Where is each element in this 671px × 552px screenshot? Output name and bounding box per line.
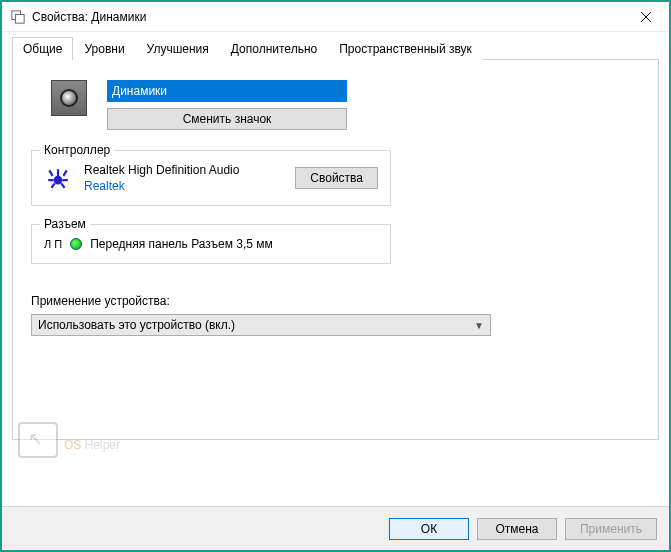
app-icon [10, 9, 26, 25]
tab-advanced[interactable]: Дополнительно [220, 37, 328, 60]
jack-lp-label: Л П [44, 238, 62, 250]
change-icon-button[interactable]: Сменить значок [107, 108, 347, 130]
controller-group: Контроллер Realtek High Definition Audio… [31, 150, 391, 206]
chevron-down-icon: ▼ [474, 320, 484, 331]
tab-levels[interactable]: Уровни [73, 37, 135, 60]
tab-strip: Общие Уровни Улучшения Дополнительно Про… [12, 36, 659, 60]
jack-description: Передняя панель Разъем 3,5 мм [90, 237, 273, 251]
apply-button[interactable]: Применить [565, 518, 657, 540]
controller-properties-button[interactable]: Свойства [295, 167, 378, 189]
device-usage-select[interactable]: Использовать это устройство (вкл.) ▼ [31, 314, 491, 336]
controller-name: Realtek High Definition Audio [84, 163, 283, 177]
window-title: Свойства: Динамики [32, 10, 623, 24]
tab-general[interactable]: Общие [12, 37, 73, 60]
cancel-button[interactable]: Отмена [477, 518, 557, 540]
properties-window: Свойства: Динамики Общие Уровни Улучшени… [0, 0, 671, 552]
ok-button[interactable]: ОК [389, 518, 469, 540]
svg-rect-1 [15, 14, 24, 23]
realtek-icon [44, 164, 72, 192]
device-name-input[interactable] [107, 80, 347, 102]
device-usage-selected: Использовать это устройство (вкл.) [38, 318, 235, 332]
close-button[interactable] [623, 2, 669, 32]
tab-spatial[interactable]: Пространственный звук [328, 37, 483, 60]
titlebar: Свойства: Динамики [2, 2, 669, 32]
tab-enhancements[interactable]: Улучшения [136, 37, 220, 60]
client-area: Общие Уровни Улучшения Дополнительно Про… [2, 32, 669, 506]
controller-group-title: Контроллер [40, 143, 114, 157]
jack-group: Разъем Л П Передняя панель Разъем 3,5 мм [31, 224, 391, 264]
svg-point-4 [55, 177, 62, 184]
device-header: Сменить значок [51, 80, 640, 130]
tab-body-general: Сменить значок Контроллер Realtek High D… [12, 60, 659, 440]
speaker-icon [51, 80, 87, 116]
controller-vendor-link[interactable]: Realtek [84, 179, 283, 193]
jack-group-title: Разъем [40, 217, 90, 231]
jack-color-icon [70, 238, 82, 250]
device-usage-label: Применение устройства: [31, 294, 640, 308]
dialog-buttons: ОК Отмена Применить [2, 506, 669, 550]
